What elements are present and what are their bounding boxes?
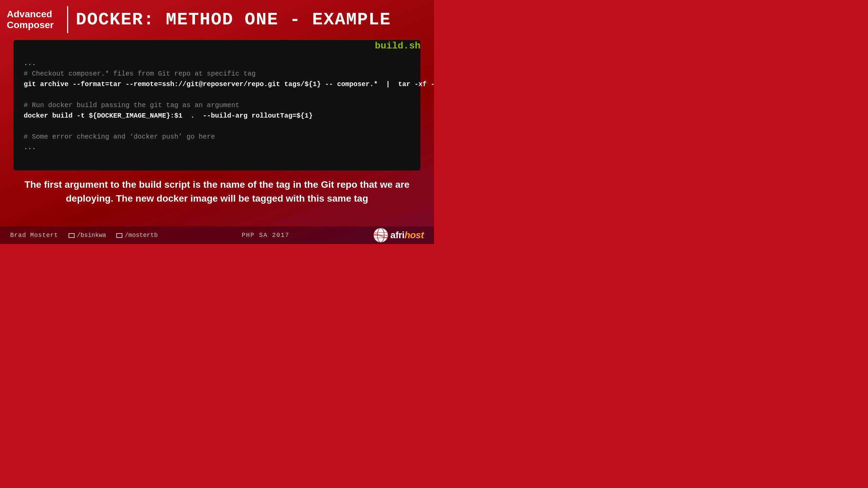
footer-handle1: /bsinkwa [68, 232, 106, 239]
filename-label: build.sh [375, 41, 420, 51]
footer-brand: afrihost [373, 228, 424, 243]
afrihost-name-text: afrihost [390, 230, 424, 241]
logo-line2: Composer [7, 20, 54, 30]
code-comment-2: # Run docker build passing the git tag a… [24, 101, 239, 109]
code-command-2: docker build -t ${DOCKER_IMAGE_NAME}:$1 … [24, 112, 313, 120]
footer-presenter-name: Brad Mostert [10, 232, 58, 239]
code-block: ... # Checkout composer.* files from Git… [24, 47, 410, 163]
afrihost-logo: afrihost [373, 228, 424, 243]
logo-line1: Advanced [7, 9, 52, 20]
footer-left: Brad Mostert /bsinkwa /mostertb [10, 232, 158, 239]
slide-title: DOCKER: METHOD ONE - EXAMPLE [76, 10, 391, 30]
code-ellipsis-end: ... [24, 143, 36, 151]
footer: Brad Mostert /bsinkwa /mostertb PHP SA 2… [0, 226, 434, 244]
code-comment-3: # Some error checking and ‘docker push’ … [24, 133, 215, 141]
logo-section: Advanced Composer [7, 9, 54, 30]
code-command-1: git archive --format=tar --remote=ssh://… [24, 80, 434, 88]
footer-event: PHP SA 2017 [158, 232, 373, 239]
code-ellipsis-start: ... [24, 59, 36, 67]
twitter-icon [68, 233, 75, 238]
slide: Advanced Composer DOCKER: METHOD ONE - E… [0, 0, 434, 244]
header-divider [67, 6, 68, 33]
header: Advanced Composer DOCKER: METHOD ONE - E… [0, 0, 434, 37]
description-text: The first argument to the build script i… [20, 178, 414, 205]
code-container: ... # Checkout composer.* files from Git… [14, 40, 420, 170]
github-icon [116, 233, 122, 238]
afrihost-globe-icon [373, 228, 388, 243]
code-comment-1: # Checkout composer.* files from Git rep… [24, 70, 256, 78]
footer-handle2: /mostertb [116, 232, 158, 239]
